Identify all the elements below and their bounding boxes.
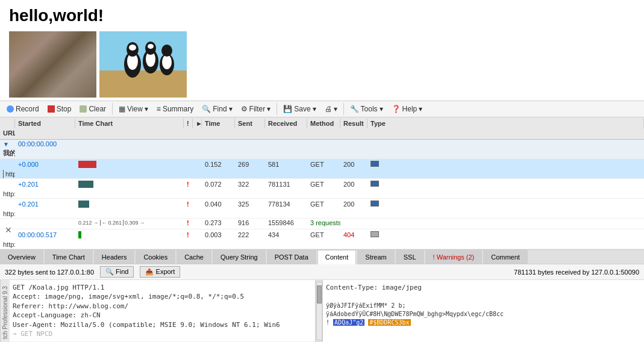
- record-icon: [7, 105, 14, 113]
- tab-ssl[interactable]: SSL: [396, 250, 424, 264]
- view-dropdown-icon: ▾: [145, 105, 148, 113]
- tab-timechart[interactable]: Time Chart: [45, 250, 93, 264]
- svg-point-11: [162, 55, 172, 69]
- table-row[interactable]: +0.201 ! 0.072 322 781131 GET 200 http:/…: [0, 179, 644, 199]
- row-received: 434: [265, 231, 307, 239]
- tab-postdata[interactable]: POST Data: [267, 250, 316, 264]
- filter-icon: ⚙: [241, 105, 248, 113]
- row-type: [367, 180, 644, 188]
- left-scrollbar[interactable]: [315, 280, 322, 342]
- row-sent: 222: [235, 231, 265, 239]
- stop-button[interactable]: Stop: [44, 103, 75, 115]
- tab-headers[interactable]: Headers: [94, 250, 135, 264]
- table-row[interactable]: 00:00:00.517 ! 0.003 222 434 GET 404 htt…: [0, 229, 644, 249]
- row-url: http://www.blog.com/Penguins.jpg: [0, 210, 15, 218]
- print-button[interactable]: 🖨 ▾: [321, 103, 341, 115]
- row-type: [367, 200, 644, 208]
- row-time: 0.152: [202, 160, 235, 169]
- col-sent: Sent: [235, 119, 265, 128]
- view-button[interactable]: ▦ View ▾: [115, 103, 152, 115]
- col-started: Started: [15, 119, 75, 128]
- filter-button[interactable]: ⚙ Filter ▾: [237, 103, 275, 115]
- page-title: hello,world!: [9, 6, 635, 25]
- tab-cache[interactable]: Cache: [177, 250, 211, 264]
- row-result: 200: [340, 200, 367, 208]
- tab-stream[interactable]: Stream: [357, 250, 394, 264]
- row-method: GET: [307, 200, 340, 208]
- col-timechart: Time Chart: [75, 119, 184, 128]
- close-button[interactable]: ✕: [5, 225, 12, 235]
- row-started: +0.201: [15, 200, 75, 208]
- help-icon: ❓: [392, 105, 401, 113]
- text-line: GET /Koala.jpg HTTP/1.1: [13, 283, 312, 292]
- row-chart: [75, 143, 184, 145]
- row-received: 781131: [265, 180, 307, 188]
- row-received: 1559846: [265, 219, 307, 227]
- text-line: User-Agent: Mozilla/5.0 (compatible; MSI…: [13, 320, 312, 329]
- tab-content[interactable]: Content: [317, 250, 357, 264]
- svg-point-9: [148, 44, 154, 49]
- tab-warnings[interactable]: ! Warnings (2): [425, 250, 483, 264]
- col-expand: [0, 119, 15, 128]
- clear-icon: [80, 105, 87, 113]
- row-type: [367, 160, 644, 169]
- row-result: 200: [340, 180, 367, 188]
- save-button[interactable]: 💾 Save ▾: [280, 103, 319, 115]
- row-chart: [75, 159, 184, 170]
- record-button[interactable]: Record: [3, 103, 43, 115]
- row-result: 200: [340, 160, 367, 169]
- text-line: [326, 292, 641, 301]
- tools-icon: 🔧: [350, 105, 359, 113]
- help-button[interactable]: ❓ Help ▾: [388, 103, 427, 115]
- request-table: Started Time Chart ! ► Time Sent Receive…: [0, 117, 644, 250]
- find-button[interactable]: 🔍 Find ▾: [198, 103, 236, 115]
- row-play: [193, 184, 202, 185]
- table-row[interactable]: +0.000 0.152 269 581 GET 200 http://www.…: [0, 159, 644, 179]
- row-excl: !: [184, 180, 193, 188]
- text-line: ÿØÿàJFIFÿáExifMM* 2 b;: [326, 302, 641, 310]
- find-toolbar-icon: 🔍: [105, 268, 114, 275]
- tab-comment[interactable]: Comment: [483, 250, 528, 264]
- row-expand: [0, 164, 15, 165]
- table-row[interactable]: ▼ 00:00:00.000 我的博客: [0, 140, 644, 159]
- tab-cookies[interactable]: Cookies: [136, 250, 175, 264]
- svg-point-12: [161, 45, 172, 57]
- row-result: [340, 222, 367, 223]
- row-result: 404: [340, 231, 367, 239]
- scroll-thumb[interactable]: [317, 285, 322, 303]
- tab-querystring[interactable]: Query String: [213, 250, 266, 264]
- col-type: Type: [367, 119, 644, 128]
- find-toolbar-button[interactable]: 🔍 Find: [100, 266, 134, 278]
- row-chart: [75, 199, 184, 210]
- row-expand[interactable]: ▼: [0, 140, 15, 148]
- table-row[interactable]: +0.201 ! 0.040 325 778134 GET 200 http:/…: [0, 199, 644, 219]
- export-button[interactable]: 📤 Export: [140, 266, 180, 278]
- row-received: 778134: [265, 200, 307, 208]
- koala-image: [9, 31, 96, 98]
- row-play: [193, 204, 202, 205]
- tools-button[interactable]: 🔧 Tools ▾: [346, 103, 387, 115]
- row-started: 00:00:00.000: [15, 140, 75, 148]
- row-sent: 269: [235, 160, 265, 169]
- table-row[interactable]: 0.212 → ← 0.261 0.309 → ! 0.273 916 1559…: [0, 219, 644, 229]
- clear-button[interactable]: Clear: [76, 103, 110, 115]
- scroll-track[interactable]: [316, 282, 322, 340]
- find-icon: 🔍: [202, 105, 211, 113]
- row-sent: 916: [235, 219, 265, 227]
- svg-rect-1: [99, 70, 187, 98]
- col-play: ►: [193, 119, 202, 128]
- row-chart: [75, 229, 184, 240]
- row-started: +0.201: [15, 180, 75, 188]
- left-panel: GET /Koala.jpg HTTP/1.1 Accept: image/pn…: [10, 280, 323, 342]
- text-line: Accept-Language: zh-CN: [13, 311, 312, 320]
- print-dropdown-icon: ▾: [334, 105, 337, 113]
- filter-dropdown-icon: ▾: [267, 105, 270, 113]
- bytes-received-info: 781131 bytes received by 127.0.0.1:50090: [514, 269, 639, 276]
- col-url: URL: [0, 128, 15, 138]
- row-excl: [184, 143, 193, 145]
- summary-button[interactable]: ≡ Summary: [153, 103, 197, 115]
- row-play: [193, 234, 202, 235]
- row-method: GET: [307, 231, 340, 239]
- row-time: 0.040: [202, 200, 235, 208]
- tab-overview[interactable]: Overview: [0, 250, 43, 264]
